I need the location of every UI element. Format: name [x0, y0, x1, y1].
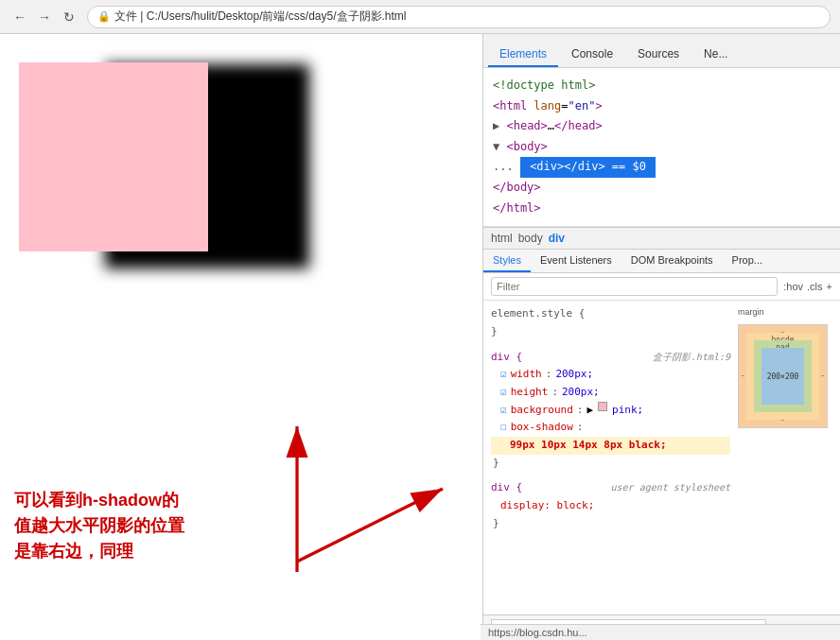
cls-button[interactable]: .cls [807, 281, 823, 292]
demo-box [19, 62, 208, 251]
filter-input[interactable] [491, 277, 778, 296]
hov-button[interactable]: :hov [783, 281, 803, 292]
agent-prop: display: block; [491, 497, 730, 515]
box-model-diagram: - - - - borde pad [738, 324, 828, 428]
content-area: 可以看到h-shadow的 值越大水平阴影的位置 是靠右边，同理 [0, 34, 840, 640]
box-shadow-checkbox[interactable]: ☐ [500, 419, 507, 437]
reload-button[interactable]: ↻ [59, 7, 79, 27]
breadcrumb: html body div [483, 227, 840, 250]
breadcrumb-div[interactable]: div [549, 232, 565, 245]
address-bar[interactable]: 🔒 文件 | C:/Users/hulit/Desktop/前端/css/day… [87, 6, 831, 28]
doctype-line: <!doctype html> [488, 76, 835, 96]
dom-breakpoints-tab[interactable]: DOM Breakpoints [621, 250, 723, 272]
prop-tab[interactable]: Prop... [723, 250, 772, 272]
nav-buttons: ← → ↻ [9, 7, 79, 27]
tab-elements[interactable]: Elements [488, 43, 558, 67]
html-line[interactable]: <html lang="en"> [488, 96, 835, 117]
lock-icon: 🔒 [97, 10, 111, 23]
prop-background: ☑ background : ▶ pink; [491, 402, 730, 420]
agent-rule-header: div { user agent stylesheet [491, 479, 730, 497]
url-bar: https://blog.csdn.hu... [481, 624, 840, 640]
html-close-line: </html> [488, 199, 835, 219]
prop-box-shadow-label: ☐ box-shadow : [491, 419, 730, 437]
prop-width: ☑ width : 200px; [491, 366, 730, 384]
css-rules: element.style { } div { 盒子阴影.html:9 ☑ [483, 301, 840, 614]
tab-sources[interactable]: Sources [626, 43, 691, 67]
devtools-tab-bar: Elements Console Sources Ne... [483, 34, 840, 68]
agent-source: user agent stylesheet [611, 479, 730, 495]
element-style-selector: element.style { [491, 305, 730, 323]
svg-line-3 [297, 489, 443, 562]
annotation-text: 可以看到h-shadow的 值越大水平阴影的位置 是靠右边，同理 [14, 488, 184, 564]
color-swatch-background[interactable]: ▶ [586, 402, 593, 420]
margin-label: margin [738, 305, 832, 320]
arrow-overlay [265, 385, 454, 593]
element-style-close: } [491, 323, 730, 341]
agent-close: } [491, 515, 730, 533]
devtools-panel: Elements Console Sources Ne... <!doctype… [482, 34, 840, 640]
styles-sub-tabs: Styles Event Listeners DOM Breakpoints P… [483, 250, 840, 273]
styles-tab[interactable]: Styles [483, 250, 531, 272]
prop-height: ☑ height : 200px; [491, 384, 730, 402]
agent-selector: div { [491, 481, 522, 493]
browser-bar: ← → ↻ 🔒 文件 | C:/Users/hulit/Desktop/前端/c… [0, 0, 840, 34]
agent-rule: div { user agent stylesheet display: blo… [491, 479, 730, 532]
address-text: 文件 | C:/Users/hulit/Desktop/前端/css/day5/… [114, 9, 407, 25]
background-color-swatch [598, 402, 607, 411]
css-rules-left: element.style { } div { 盒子阴影.html:9 ☑ [491, 305, 730, 610]
bm-content: 200×200 [761, 348, 804, 405]
html-tree: <!doctype html> <html lang="en"> ▶ <head… [483, 68, 840, 227]
filter-row: :hov .cls + [483, 273, 840, 301]
tab-more[interactable]: Ne... [692, 43, 739, 67]
height-checkbox[interactable]: ☑ [500, 384, 507, 402]
breadcrumb-body[interactable]: body [518, 232, 543, 245]
body-close-line: </body> [488, 178, 835, 199]
forward-button[interactable]: → [34, 7, 55, 27]
styles-panel: Styles Event Listeners DOM Breakpoints P… [483, 250, 840, 640]
div-rule-header: div { 盒子阴影.html:9 [491, 349, 730, 367]
div-selector: div { [491, 351, 522, 363]
event-listeners-tab[interactable]: Event Listeners [531, 250, 621, 272]
element-style-rule: element.style { } [491, 305, 730, 340]
url-text: https://blog.csdn.hu... [488, 627, 587, 638]
div-source[interactable]: 盒子阴影.html:9 [653, 349, 730, 365]
div-rule: div { 盒子阴影.html:9 ☑ width : 200px; [491, 349, 730, 473]
elements-panel: <!doctype html> <html lang="en"> ▶ <head… [483, 68, 840, 640]
breadcrumb-html[interactable]: html [491, 232, 513, 245]
webpage-preview: 可以看到h-shadow的 值越大水平阴影的位置 是靠右边，同理 [0, 34, 482, 640]
head-line[interactable]: ▶ <head>…</head> [488, 116, 835, 137]
body-line[interactable]: ▼ <body> [488, 137, 835, 158]
add-rule-button[interactable]: + [827, 281, 832, 292]
bm-content-size: 200×200 [767, 371, 799, 384]
width-checkbox[interactable]: ☑ [500, 366, 507, 384]
tab-console[interactable]: Console [560, 43, 624, 67]
background-checkbox[interactable]: ☑ [500, 402, 507, 420]
box-model-widget: margin - - - - borde [738, 305, 832, 610]
selected-element: <div></div> == $0 [520, 157, 656, 178]
div-rule-close: } [491, 455, 730, 473]
back-button[interactable]: ← [9, 7, 30, 27]
prop-box-shadow-value: 99px 10px 14px 8px black; [491, 437, 730, 455]
filter-buttons: :hov .cls + [783, 281, 832, 292]
div-line-selected[interactable]: ... <div></div> == $0 [488, 157, 835, 178]
